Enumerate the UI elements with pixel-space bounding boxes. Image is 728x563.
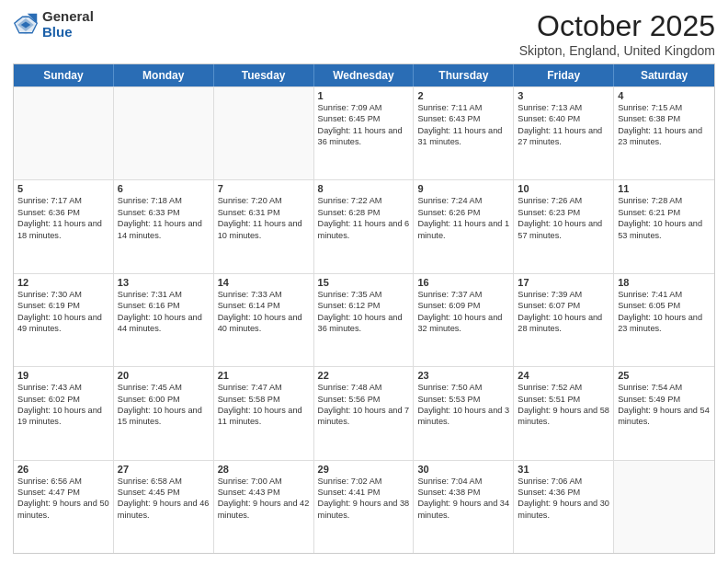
day-number: 20 [118,370,210,381]
calendar-header: SundayMondayTuesdayWednesdayThursdayFrid… [14,64,714,86]
day-number: 30 [417,464,509,475]
day-number: 3 [518,90,609,101]
day-cell-17: 17Sunrise: 7:39 AM Sunset: 6:07 PM Dayli… [514,274,614,366]
day-cell-9: 9Sunrise: 7:24 AM Sunset: 6:26 PM Daylig… [414,180,514,272]
weekday-header-monday: Monday [114,64,214,86]
cell-text: Sunrise: 7:13 AM Sunset: 6:40 PM Dayligh… [518,102,609,148]
page: General Blue October 2025 Skipton, Engla… [0,0,728,563]
day-cell-29: 29Sunrise: 7:02 AM Sunset: 4:41 PM Dayli… [314,461,415,553]
empty-cell-0-1 [114,87,214,179]
day-number: 8 [318,183,410,194]
day-cell-25: 25Sunrise: 7:54 AM Sunset: 5:49 PM Dayli… [614,367,714,459]
cell-text: Sunrise: 7:43 AM Sunset: 6:02 PM Dayligh… [17,382,109,428]
logo: General Blue [13,9,94,40]
day-number: 14 [218,277,310,288]
logo-blue: Blue [42,25,94,40]
day-number: 1 [318,90,410,101]
cell-text: Sunrise: 7:06 AM Sunset: 4:36 PM Dayligh… [518,476,609,522]
day-cell-31: 31Sunrise: 7:06 AM Sunset: 4:36 PM Dayli… [514,461,614,553]
cell-text: Sunrise: 7:45 AM Sunset: 6:00 PM Dayligh… [118,382,210,428]
week-row-4: 19Sunrise: 7:43 AM Sunset: 6:02 PM Dayli… [14,366,714,459]
day-cell-28: 28Sunrise: 7:00 AM Sunset: 4:43 PM Dayli… [214,461,314,553]
day-cell-18: 18Sunrise: 7:41 AM Sunset: 6:05 PM Dayli… [614,274,714,366]
day-number: 2 [417,90,509,101]
weekday-header-thursday: Thursday [414,64,514,86]
day-number: 11 [618,183,711,194]
empty-cell-0-0 [14,87,114,179]
cell-text: Sunrise: 7:20 AM Sunset: 6:31 PM Dayligh… [218,195,310,241]
day-number: 26 [17,464,109,475]
cell-text: Sunrise: 7:48 AM Sunset: 5:56 PM Dayligh… [318,382,410,428]
week-row-1: 1Sunrise: 7:09 AM Sunset: 6:45 PM Daylig… [14,86,714,179]
day-cell-30: 30Sunrise: 7:04 AM Sunset: 4:38 PM Dayli… [414,461,514,553]
empty-cell-0-2 [214,87,314,179]
day-cell-20: 20Sunrise: 7:45 AM Sunset: 6:00 PM Dayli… [114,367,214,459]
cell-text: Sunrise: 7:28 AM Sunset: 6:21 PM Dayligh… [618,195,711,241]
week-row-2: 5Sunrise: 7:17 AM Sunset: 6:36 PM Daylig… [14,179,714,272]
weekday-header-saturday: Saturday [614,64,714,86]
day-cell-23: 23Sunrise: 7:50 AM Sunset: 5:53 PM Dayli… [414,367,514,459]
day-number: 6 [118,183,210,194]
day-cell-5: 5Sunrise: 7:17 AM Sunset: 6:36 PM Daylig… [14,180,114,272]
cell-text: Sunrise: 7:47 AM Sunset: 5:58 PM Dayligh… [218,382,310,428]
cell-text: Sunrise: 7:52 AM Sunset: 5:51 PM Dayligh… [518,382,609,428]
day-cell-15: 15Sunrise: 7:35 AM Sunset: 6:12 PM Dayli… [314,274,415,366]
day-number: 16 [417,277,509,288]
cell-text: Sunrise: 7:04 AM Sunset: 4:38 PM Dayligh… [417,476,509,522]
logo-general: General [42,9,94,25]
day-number: 29 [318,464,410,475]
cell-text: Sunrise: 7:11 AM Sunset: 6:43 PM Dayligh… [417,102,509,148]
cell-text: Sunrise: 7:50 AM Sunset: 5:53 PM Dayligh… [417,382,509,428]
day-cell-4: 4Sunrise: 7:15 AM Sunset: 6:38 PM Daylig… [614,87,714,179]
cell-text: Sunrise: 7:09 AM Sunset: 6:45 PM Dayligh… [318,102,410,148]
day-number: 12 [17,277,109,288]
calendar: SundayMondayTuesdayWednesdayThursdayFrid… [13,63,715,554]
day-cell-11: 11Sunrise: 7:28 AM Sunset: 6:21 PM Dayli… [614,180,714,272]
empty-cell-4-6 [614,461,714,553]
day-number: 13 [118,277,210,288]
day-number: 9 [417,183,509,194]
day-number: 24 [518,370,609,381]
cell-text: Sunrise: 7:39 AM Sunset: 6:07 PM Dayligh… [518,289,609,335]
cell-text: Sunrise: 7:22 AM Sunset: 6:28 PM Dayligh… [318,195,410,241]
day-number: 23 [417,370,509,381]
weekday-header-friday: Friday [514,64,614,86]
cell-text: Sunrise: 7:24 AM Sunset: 6:26 PM Dayligh… [417,195,509,241]
day-cell-6: 6Sunrise: 7:18 AM Sunset: 6:33 PM Daylig… [114,180,214,272]
day-number: 31 [518,464,609,475]
cell-text: Sunrise: 7:17 AM Sunset: 6:36 PM Dayligh… [17,195,109,241]
day-cell-26: 26Sunrise: 6:56 AM Sunset: 4:47 PM Dayli… [14,461,114,553]
day-cell-24: 24Sunrise: 7:52 AM Sunset: 5:51 PM Dayli… [514,367,614,459]
cell-text: Sunrise: 7:33 AM Sunset: 6:14 PM Dayligh… [218,289,310,335]
logo-text: General Blue [42,9,94,40]
weekday-header-sunday: Sunday [14,64,114,86]
logo-icon [13,12,39,38]
cell-text: Sunrise: 7:02 AM Sunset: 4:41 PM Dayligh… [318,476,410,522]
month-title: October 2025 [519,9,715,43]
cell-text: Sunrise: 6:58 AM Sunset: 4:45 PM Dayligh… [118,476,210,522]
day-number: 4 [618,90,711,101]
day-cell-1: 1Sunrise: 7:09 AM Sunset: 6:45 PM Daylig… [314,87,415,179]
week-row-5: 26Sunrise: 6:56 AM Sunset: 4:47 PM Dayli… [14,460,714,553]
day-cell-19: 19Sunrise: 7:43 AM Sunset: 6:02 PM Dayli… [14,367,114,459]
cell-text: Sunrise: 7:35 AM Sunset: 6:12 PM Dayligh… [318,289,410,335]
day-number: 19 [17,370,109,381]
cell-text: Sunrise: 7:26 AM Sunset: 6:23 PM Dayligh… [518,195,609,241]
weekday-header-wednesday: Wednesday [314,64,415,86]
cell-text: Sunrise: 6:56 AM Sunset: 4:47 PM Dayligh… [17,476,109,522]
location: Skipton, England, United Kingdom [519,43,715,58]
cell-text: Sunrise: 7:00 AM Sunset: 4:43 PM Dayligh… [218,476,310,522]
week-row-3: 12Sunrise: 7:30 AM Sunset: 6:19 PM Dayli… [14,273,714,366]
day-number: 28 [218,464,310,475]
day-number: 18 [618,277,711,288]
cell-text: Sunrise: 7:15 AM Sunset: 6:38 PM Dayligh… [618,102,711,148]
day-number: 27 [118,464,210,475]
cell-text: Sunrise: 7:41 AM Sunset: 6:05 PM Dayligh… [618,289,711,335]
day-cell-3: 3Sunrise: 7:13 AM Sunset: 6:40 PM Daylig… [514,87,614,179]
day-cell-12: 12Sunrise: 7:30 AM Sunset: 6:19 PM Dayli… [14,274,114,366]
day-number: 17 [518,277,609,288]
day-cell-21: 21Sunrise: 7:47 AM Sunset: 5:58 PM Dayli… [214,367,314,459]
day-cell-14: 14Sunrise: 7:33 AM Sunset: 6:14 PM Dayli… [214,274,314,366]
day-number: 25 [618,370,711,381]
day-cell-16: 16Sunrise: 7:37 AM Sunset: 6:09 PM Dayli… [414,274,514,366]
